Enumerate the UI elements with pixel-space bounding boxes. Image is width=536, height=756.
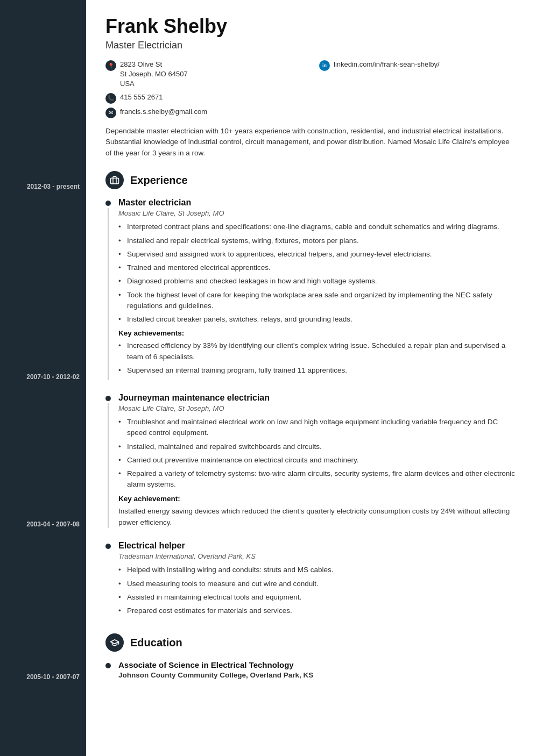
exp-dot-col-2: [105, 393, 111, 528]
edu-dot-col-1: [105, 660, 111, 679]
exp-company-3: Tradesman International, Overland Park, …: [118, 552, 517, 560]
exp-line-2: [108, 403, 109, 528]
bullet-1-3: Supervised and assigned work to apprenti…: [118, 249, 517, 260]
edu-school-1: Johnson County Community College, Overla…: [118, 671, 517, 679]
bullet-2-3: Carried out preventive maintenance on el…: [118, 455, 517, 466]
sidebar: 2012-03 - present 2007-10 - 2012-02 2003…: [0, 0, 86, 756]
exp-item-1: Master electrician Mosaic Life Claire, S…: [105, 198, 517, 380]
sidebar-date-exp-1: 2012-03 - present: [0, 172, 86, 201]
exp-bullets-1: Interpreted contract plans and specifica…: [118, 222, 517, 325]
exp-content-1: Master electrician Mosaic Life Claire, S…: [118, 198, 517, 380]
exp-company-2: Mosaic Life Claire, St Joseph, MO: [118, 404, 517, 412]
bullet-3-2: Used measuring tools to measure and cut …: [118, 579, 517, 589]
edu-degree-1: Associate of Science in Electrical Techn…: [118, 660, 517, 669]
bullet-3-3: Assisted in maintaining electrical tools…: [118, 592, 517, 603]
exp-dot-2: [105, 396, 111, 401]
key-achievements-label-2: Key achievement:: [118, 495, 517, 503]
key-bullet-1-1: Increased efficiency by 33% by identifyi…: [118, 340, 517, 362]
bullet-3-4: Prepared cost estimates for materials an…: [118, 605, 517, 616]
contact-address: 📍 2823 Olive St St Joseph, MO 64507 USA …: [105, 60, 303, 119]
candidate-name: Frank Shelby: [105, 15, 517, 38]
exp-bullets-3: Helped with installing wiring and condui…: [118, 565, 517, 616]
phone-number: 415 555 2671: [120, 92, 163, 102]
exp-item-2: Journeyman maintenance electrician Mosai…: [105, 393, 517, 528]
exp-item-3: Electrical helper Tradesman Internationa…: [105, 541, 517, 621]
key-achievement-para-2: Installed energy saving devices which re…: [118, 506, 517, 529]
email-address: francis.s.shelby@gmail.com: [120, 107, 207, 117]
bullet-1-5: Diagnosed problems and checked leakages …: [118, 276, 517, 287]
sidebar-date-exp-2: 2007-10 - 2012-02: [0, 362, 86, 391]
linkedin-icon: in: [319, 60, 330, 71]
summary-text: Dependable master electrician with 10+ y…: [105, 126, 517, 160]
address-line1: 2823 Olive St: [120, 60, 188, 69]
bullet-3-1: Helped with installing wiring and condui…: [118, 565, 517, 575]
bullet-2-1: Troubleshot and maintained electrical wo…: [118, 417, 517, 439]
svg-rect-0: [111, 179, 119, 184]
edu-content-1: Associate of Science in Electrical Techn…: [118, 660, 517, 679]
exp-content-2: Journeyman maintenance electrician Mosai…: [118, 393, 517, 528]
briefcase-icon: [105, 171, 124, 189]
exp-dot-col-3: [105, 541, 111, 621]
main-content: Frank Shelby Master Electrician 📍 2823 O…: [86, 0, 536, 756]
education-section-title: Education: [130, 637, 182, 649]
exp-dot-1: [105, 201, 111, 206]
exp-content-3: Electrical helper Tradesman Internationa…: [118, 541, 517, 621]
exp-key-bullets-1: Increased efficiency by 33% by identifyi…: [118, 340, 517, 376]
address-line2: St Joseph, MO 64507: [120, 69, 188, 79]
exp-job-title-2: Journeyman maintenance electrician: [118, 393, 517, 403]
edu-item-1: Associate of Science in Electrical Techn…: [105, 660, 517, 679]
email-icon: ✉: [105, 108, 116, 118]
graduation-icon: [105, 633, 124, 652]
bullet-1-7: Installed circuit breaker panels, switch…: [118, 314, 517, 325]
sidebar-dates: 2012-03 - present 2007-10 - 2012-02 2003…: [0, 0, 86, 691]
candidate-title: Master Electrician: [105, 40, 517, 51]
key-achievements-label-1: Key achievements:: [118, 329, 517, 337]
exp-line-3: [108, 551, 109, 621]
contact-grid: 📍 2823 Olive St St Joseph, MO 64507 USA …: [105, 60, 517, 119]
key-bullet-1-2: Supervised an internal training program,…: [118, 365, 517, 376]
edu-dot-1: [105, 663, 111, 668]
experience-section-title: Experience: [130, 174, 188, 187]
exp-job-title-3: Electrical helper: [118, 541, 517, 551]
exp-company-1: Mosaic Life Claire, St Joseph, MO: [118, 209, 517, 217]
location-icon: 📍: [105, 60, 116, 71]
exp-bullets-2: Troubleshot and maintained electrical wo…: [118, 417, 517, 490]
address-line3: USA: [120, 79, 188, 89]
bullet-1-1: Interpreted contract plans and specifica…: [118, 222, 517, 232]
exp-job-title-1: Master electrician: [118, 198, 517, 208]
experience-section-header: Experience: [105, 171, 517, 189]
exp-dot-col-1: [105, 198, 111, 380]
bullet-2-2: Installed, maintained and repaired switc…: [118, 441, 517, 452]
contact-linkedin: in linkedin.com/in/frank-sean-shelby/: [319, 60, 517, 119]
bullet-2-4: Repaired a variety of telemetry systems:…: [118, 468, 517, 490]
sidebar-date-edu-1: 2005-10 - 2007-07: [0, 662, 86, 691]
bullet-1-2: Installed and repair electrical systems,…: [118, 236, 517, 246]
education-section-header: Education: [105, 633, 517, 652]
sidebar-date-exp-3: 2003-04 - 2007-08: [0, 510, 86, 539]
linkedin-url: linkedin.com/in/frank-sean-shelby/: [334, 60, 440, 69]
exp-line-1: [108, 208, 109, 380]
phone-icon: 📞: [105, 93, 116, 104]
exp-dot-3: [105, 544, 111, 549]
bullet-1-4: Trained and mentored electrical apprenti…: [118, 262, 517, 273]
bullet-1-6: Took the highest level of care for keepi…: [118, 290, 517, 312]
